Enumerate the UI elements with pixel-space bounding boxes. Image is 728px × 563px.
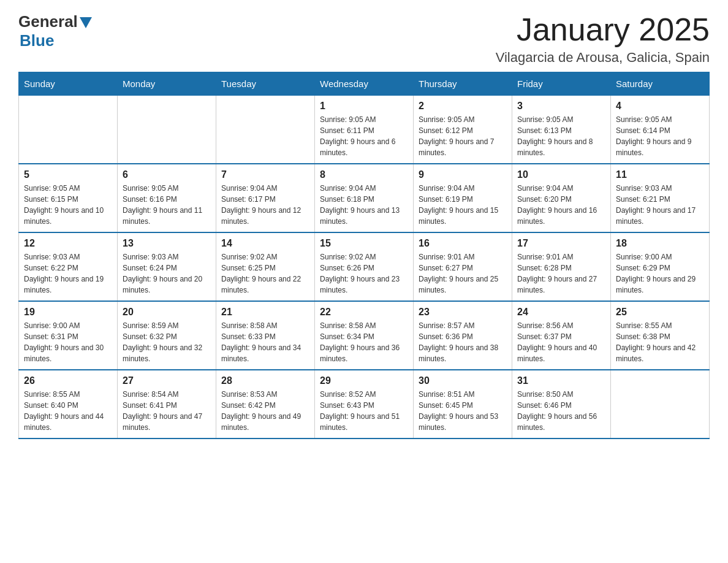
day-number: 11 bbox=[616, 169, 704, 180]
day-number: 30 bbox=[419, 375, 507, 386]
day-info: Sunrise: 9:05 AMSunset: 6:12 PMDaylight:… bbox=[419, 114, 507, 158]
day-info: Sunrise: 8:55 AMSunset: 6:38 PMDaylight:… bbox=[616, 320, 704, 364]
day-info: Sunrise: 9:03 AMSunset: 6:22 PMDaylight:… bbox=[24, 251, 112, 296]
day-info: Sunrise: 9:00 AMSunset: 6:31 PMDaylight:… bbox=[24, 320, 112, 364]
day-cell: 20Sunrise: 8:59 AMSunset: 6:32 PMDayligh… bbox=[118, 301, 216, 370]
week-row-1: 1Sunrise: 9:05 AMSunset: 6:11 PMDaylight… bbox=[19, 96, 710, 164]
day-cell: 7Sunrise: 9:04 AMSunset: 6:17 PMDaylight… bbox=[216, 164, 315, 232]
calendar-header: SundayMondayTuesdayWednesdayThursdayFrid… bbox=[19, 72, 710, 96]
day-cell: 26Sunrise: 8:55 AMSunset: 6:40 PMDayligh… bbox=[19, 370, 118, 439]
day-info: Sunrise: 8:59 AMSunset: 6:32 PMDaylight:… bbox=[123, 320, 211, 364]
day-number: 29 bbox=[320, 375, 408, 386]
day-info: Sunrise: 8:56 AMSunset: 6:37 PMDaylight:… bbox=[517, 320, 605, 364]
day-number: 27 bbox=[123, 375, 211, 386]
day-cell: 9Sunrise: 9:04 AMSunset: 6:19 PMDaylight… bbox=[414, 164, 512, 232]
title-area: January 2025 Vilagarcia de Arousa, Galic… bbox=[496, 12, 710, 66]
day-cell: 25Sunrise: 8:55 AMSunset: 6:38 PMDayligh… bbox=[611, 301, 710, 370]
day-info: Sunrise: 9:02 AMSunset: 6:25 PMDaylight:… bbox=[221, 251, 309, 296]
day-info: Sunrise: 9:02 AMSunset: 6:26 PMDaylight:… bbox=[320, 251, 408, 296]
header-cell-friday: Friday bbox=[512, 72, 611, 96]
day-info: Sunrise: 9:04 AMSunset: 6:18 PMDaylight:… bbox=[320, 183, 408, 227]
day-cell: 16Sunrise: 9:01 AMSunset: 6:27 PMDayligh… bbox=[414, 232, 512, 301]
day-number: 7 bbox=[221, 169, 309, 180]
day-cell bbox=[216, 96, 315, 164]
day-number: 28 bbox=[221, 375, 309, 386]
day-cell bbox=[118, 96, 216, 164]
logo-blue-text: Blue bbox=[20, 31, 54, 50]
day-cell: 4Sunrise: 9:05 AMSunset: 6:14 PMDaylight… bbox=[611, 96, 710, 164]
day-cell: 13Sunrise: 9:03 AMSunset: 6:24 PMDayligh… bbox=[118, 232, 216, 301]
header-row: SundayMondayTuesdayWednesdayThursdayFrid… bbox=[19, 72, 710, 96]
day-number: 18 bbox=[616, 238, 704, 249]
calendar-body: 1Sunrise: 9:05 AMSunset: 6:11 PMDaylight… bbox=[19, 96, 710, 439]
day-cell: 12Sunrise: 9:03 AMSunset: 6:22 PMDayligh… bbox=[19, 232, 118, 301]
location-title: Vilagarcia de Arousa, Galicia, Spain bbox=[496, 50, 710, 66]
day-info: Sunrise: 9:05 AMSunset: 6:14 PMDaylight:… bbox=[616, 114, 704, 158]
day-info: Sunrise: 8:52 AMSunset: 6:43 PMDaylight:… bbox=[320, 389, 408, 433]
header-cell-monday: Monday bbox=[118, 72, 216, 96]
day-info: Sunrise: 8:55 AMSunset: 6:40 PMDaylight:… bbox=[24, 389, 112, 433]
page-header: General Blue January 2025 Vilagarcia de … bbox=[18, 12, 710, 66]
week-row-3: 12Sunrise: 9:03 AMSunset: 6:22 PMDayligh… bbox=[19, 232, 710, 301]
day-number: 6 bbox=[123, 169, 211, 180]
day-cell: 21Sunrise: 8:58 AMSunset: 6:33 PMDayligh… bbox=[216, 301, 315, 370]
day-number: 26 bbox=[24, 375, 112, 386]
day-info: Sunrise: 8:51 AMSunset: 6:45 PMDaylight:… bbox=[419, 389, 507, 433]
day-cell: 18Sunrise: 9:00 AMSunset: 6:29 PMDayligh… bbox=[611, 232, 710, 301]
day-info: Sunrise: 9:04 AMSunset: 6:20 PMDaylight:… bbox=[517, 183, 605, 227]
day-number: 24 bbox=[517, 307, 605, 318]
day-info: Sunrise: 9:05 AMSunset: 6:16 PMDaylight:… bbox=[123, 183, 211, 227]
logo-triangle-icon bbox=[80, 17, 92, 28]
day-info: Sunrise: 9:03 AMSunset: 6:24 PMDaylight:… bbox=[123, 251, 211, 296]
day-cell: 11Sunrise: 9:03 AMSunset: 6:21 PMDayligh… bbox=[611, 164, 710, 232]
day-number: 10 bbox=[517, 169, 605, 180]
logo: General Blue bbox=[18, 12, 92, 50]
day-info: Sunrise: 9:05 AMSunset: 6:11 PMDaylight:… bbox=[320, 114, 408, 158]
day-cell: 29Sunrise: 8:52 AMSunset: 6:43 PMDayligh… bbox=[315, 370, 414, 439]
day-cell: 23Sunrise: 8:57 AMSunset: 6:36 PMDayligh… bbox=[414, 301, 512, 370]
day-info: Sunrise: 8:58 AMSunset: 6:33 PMDaylight:… bbox=[221, 320, 309, 364]
day-info: Sunrise: 9:04 AMSunset: 6:17 PMDaylight:… bbox=[221, 183, 309, 227]
svg-marker-0 bbox=[80, 17, 92, 28]
day-cell: 6Sunrise: 9:05 AMSunset: 6:16 PMDaylight… bbox=[118, 164, 216, 232]
header-cell-wednesday: Wednesday bbox=[315, 72, 414, 96]
month-title: January 2025 bbox=[496, 12, 710, 47]
week-row-2: 5Sunrise: 9:05 AMSunset: 6:15 PMDaylight… bbox=[19, 164, 710, 232]
day-cell: 27Sunrise: 8:54 AMSunset: 6:41 PMDayligh… bbox=[118, 370, 216, 439]
day-info: Sunrise: 8:57 AMSunset: 6:36 PMDaylight:… bbox=[419, 320, 507, 364]
day-info: Sunrise: 8:54 AMSunset: 6:41 PMDaylight:… bbox=[123, 389, 211, 433]
day-number: 17 bbox=[517, 238, 605, 249]
day-cell: 19Sunrise: 9:00 AMSunset: 6:31 PMDayligh… bbox=[19, 301, 118, 370]
day-number: 15 bbox=[320, 238, 408, 249]
day-number: 8 bbox=[320, 169, 408, 180]
header-cell-thursday: Thursday bbox=[414, 72, 512, 96]
day-cell: 8Sunrise: 9:04 AMSunset: 6:18 PMDaylight… bbox=[315, 164, 414, 232]
header-cell-sunday: Sunday bbox=[19, 72, 118, 96]
day-cell: 15Sunrise: 9:02 AMSunset: 6:26 PMDayligh… bbox=[315, 232, 414, 301]
day-cell: 2Sunrise: 9:05 AMSunset: 6:12 PMDaylight… bbox=[414, 96, 512, 164]
day-info: Sunrise: 9:01 AMSunset: 6:27 PMDaylight:… bbox=[419, 251, 507, 296]
header-cell-saturday: Saturday bbox=[611, 72, 710, 96]
day-cell: 1Sunrise: 9:05 AMSunset: 6:11 PMDaylight… bbox=[315, 96, 414, 164]
day-number: 16 bbox=[419, 238, 507, 249]
day-info: Sunrise: 9:03 AMSunset: 6:21 PMDaylight:… bbox=[616, 183, 704, 227]
day-number: 22 bbox=[320, 307, 408, 318]
day-number: 14 bbox=[221, 238, 309, 249]
day-info: Sunrise: 9:04 AMSunset: 6:19 PMDaylight:… bbox=[419, 183, 507, 227]
day-cell: 17Sunrise: 9:01 AMSunset: 6:28 PMDayligh… bbox=[512, 232, 611, 301]
day-info: Sunrise: 9:05 AMSunset: 6:15 PMDaylight:… bbox=[24, 183, 112, 227]
week-row-5: 26Sunrise: 8:55 AMSunset: 6:40 PMDayligh… bbox=[19, 370, 710, 439]
day-number: 23 bbox=[419, 307, 507, 318]
day-number: 3 bbox=[517, 101, 605, 112]
day-info: Sunrise: 8:50 AMSunset: 6:46 PMDaylight:… bbox=[517, 389, 605, 433]
week-row-4: 19Sunrise: 9:00 AMSunset: 6:31 PMDayligh… bbox=[19, 301, 710, 370]
header-cell-tuesday: Tuesday bbox=[216, 72, 315, 96]
day-number: 31 bbox=[517, 375, 605, 386]
day-cell: 5Sunrise: 9:05 AMSunset: 6:15 PMDaylight… bbox=[19, 164, 118, 232]
day-info: Sunrise: 9:05 AMSunset: 6:13 PMDaylight:… bbox=[517, 114, 605, 158]
day-number: 4 bbox=[616, 101, 704, 112]
day-number: 20 bbox=[123, 307, 211, 318]
day-number: 9 bbox=[419, 169, 507, 180]
day-number: 5 bbox=[24, 169, 112, 180]
calendar-table: SundayMondayTuesdayWednesdayThursdayFrid… bbox=[18, 72, 710, 439]
